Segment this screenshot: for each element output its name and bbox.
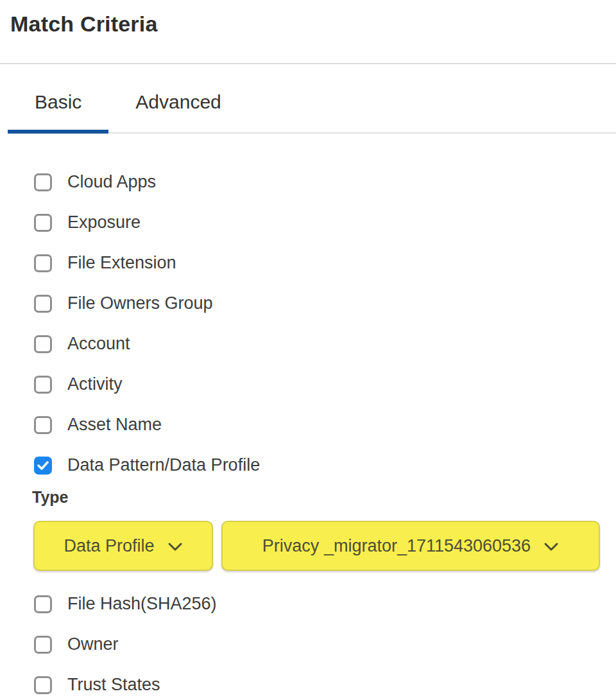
criteria-label: File Owners Group xyxy=(67,293,213,313)
checkbox[interactable] xyxy=(34,595,52,613)
criteria-row-data-pattern[interactable]: Data Pattern/Data Profile xyxy=(34,455,616,475)
criteria-row-account[interactable]: Account xyxy=(34,334,616,354)
header-divider xyxy=(0,63,616,64)
tab-advanced[interactable]: Advanced xyxy=(108,91,248,132)
criteria-row-trust-states[interactable]: Trust States xyxy=(34,675,616,695)
criteria-label: Exposure xyxy=(67,213,141,232)
checkbox[interactable] xyxy=(34,335,52,353)
criteria-label: File Hash(SHA256) xyxy=(67,594,217,614)
dropdown-value: Privacy _migrator_1711543060536 xyxy=(262,536,531,556)
tab-bar: Basic Advanced xyxy=(8,91,616,134)
criteria-label: File Extension xyxy=(67,253,176,273)
criteria-label: Cloud Apps xyxy=(67,172,156,192)
criteria-row-owner[interactable]: Owner xyxy=(34,634,616,654)
criteria-row-file-hash[interactable]: File Hash(SHA256) xyxy=(34,594,616,614)
page-title: Match Criteria xyxy=(0,0,616,37)
criteria-row-exposure[interactable]: Exposure xyxy=(34,213,616,232)
checkbox[interactable] xyxy=(34,676,52,694)
data-profile-dropdown[interactable]: Privacy _migrator_1711543060536 xyxy=(221,521,600,571)
checkbox[interactable] xyxy=(34,254,52,272)
checkbox[interactable] xyxy=(34,376,52,394)
criteria-row-asset-name[interactable]: Asset Name xyxy=(34,415,616,435)
criteria-row-file-extension[interactable]: File Extension xyxy=(34,253,616,273)
checkbox[interactable] xyxy=(34,416,52,434)
dropdown-value: Data Profile xyxy=(64,536,154,556)
check-icon xyxy=(37,461,49,470)
type-section: Type Data Profile Privacy _migrator_1711… xyxy=(0,488,616,571)
checkbox[interactable] xyxy=(34,636,52,654)
criteria-label: Account xyxy=(67,334,130,354)
criteria-label: Owner xyxy=(67,634,119,654)
checkbox[interactable] xyxy=(34,214,52,232)
type-label: Type xyxy=(32,488,616,507)
criteria-row-file-owners-group[interactable]: File Owners Group xyxy=(34,293,616,313)
chevron-down-icon xyxy=(543,542,559,552)
criteria-list: Cloud Apps Exposure File Extension File … xyxy=(0,172,616,695)
criteria-label: Asset Name xyxy=(67,415,162,435)
criteria-row-activity[interactable]: Activity xyxy=(34,374,616,394)
checkbox[interactable] xyxy=(34,173,52,191)
match-criteria-panel: Match Criteria Basic Advanced Cloud Apps… xyxy=(0,0,616,698)
data-type-dropdown[interactable]: Data Profile xyxy=(33,521,213,571)
tab-basic[interactable]: Basic xyxy=(8,91,108,132)
criteria-label: Trust States xyxy=(67,675,160,695)
checkbox[interactable] xyxy=(34,457,52,475)
chevron-down-icon xyxy=(167,542,183,552)
criteria-label: Data Pattern/Data Profile xyxy=(67,455,260,475)
dropdown-row: Data Profile Privacy _migrator_171154306… xyxy=(33,521,616,571)
checkbox[interactable] xyxy=(34,295,52,313)
criteria-label: Activity xyxy=(67,374,123,394)
criteria-row-cloud-apps[interactable]: Cloud Apps xyxy=(34,172,616,192)
